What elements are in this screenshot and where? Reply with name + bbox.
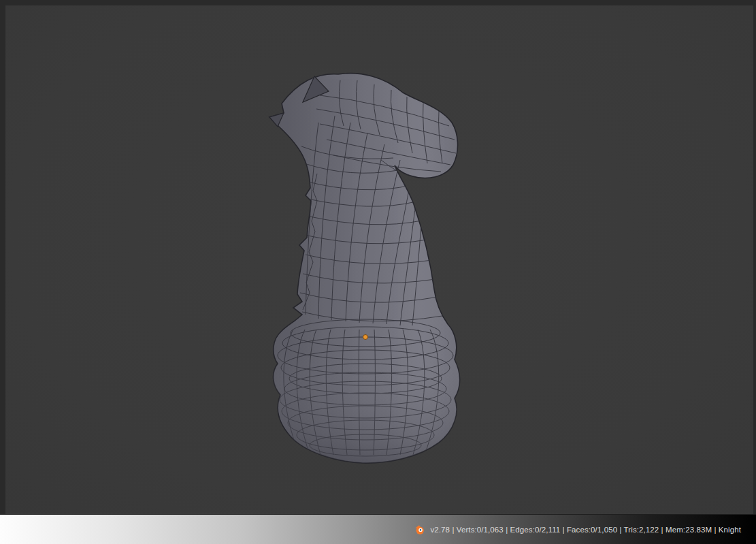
status-group: v2.78 | Verts:0/1,063 | Edges:0/2,111 | … xyxy=(414,524,741,535)
base-shading xyxy=(273,354,460,463)
chess-knight-mesh[interactable] xyxy=(0,0,756,544)
blender-logo-icon xyxy=(414,524,425,535)
status-bar: v2.78 | Verts:0/1,063 | Edges:0/2,111 | … xyxy=(0,514,756,544)
object-origin-indicator xyxy=(363,335,368,340)
status-text: v2.78 | Verts:0/1,063 | Edges:0/2,111 | … xyxy=(430,526,741,534)
blender-window: v2.78 | Verts:0/1,063 | Edges:0/2,111 | … xyxy=(0,0,756,544)
